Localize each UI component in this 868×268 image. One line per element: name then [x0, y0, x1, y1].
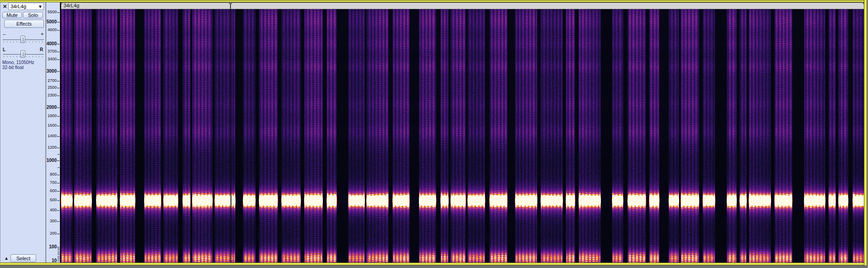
- collapse-arrow-icon: ▲: [4, 256, 9, 261]
- ruler-tick: [57, 59, 59, 60]
- ruler-tick: [57, 234, 59, 234]
- ruler-minor-tick: [58, 250, 59, 250]
- ruler-label-700: 700: [50, 180, 57, 185]
- ruler-tick: [57, 148, 59, 148]
- ruler-label-2300: 2300: [48, 93, 57, 97]
- ruler-tick: [57, 210, 59, 211]
- track-control-panel: ✕ 34rL4g ▼ Mute Solo Effects − + L R Mon…: [0, 2, 46, 263]
- ruler-minor-tick: [58, 256, 59, 257]
- ruler-label-400: 400: [50, 208, 57, 212]
- ruler-label-5000: 5000: [47, 19, 57, 24]
- ruler-label-4000: 4000: [47, 41, 57, 46]
- ruler-label-2000: 2000: [47, 105, 57, 110]
- clip-titlebar-1[interactable]: 34rL4g: [61, 2, 230, 9]
- audacity-track-view: 34rL4g ✕ 34rL4g ▼ Mute Solo Effects − + …: [0, 0, 868, 268]
- ruler-tick: [57, 107, 59, 108]
- ruler-tick: [57, 221, 59, 222]
- mute-button[interactable]: Mute: [2, 12, 22, 18]
- thumb-notch: [23, 37, 23, 42]
- effects-button[interactable]: Effects: [4, 20, 44, 28]
- ruler-label-1600: 1600: [48, 123, 57, 128]
- ruler-tick: [57, 30, 59, 31]
- collapse-track-button[interactable]: ▲: [3, 255, 10, 262]
- spectrogram-canvas[interactable]: [61, 9, 864, 263]
- ruler-tick: [57, 12, 59, 13]
- ruler-tick: [57, 136, 59, 137]
- ruler-tick: [57, 247, 59, 247]
- ruler-tick: [57, 261, 59, 261]
- ruler-label-800: 800: [50, 172, 57, 177]
- ruler-minor-tick: [58, 257, 59, 258]
- pan-left-label: L: [3, 47, 5, 52]
- chevron-down-icon: ▼: [38, 4, 43, 10]
- ruler-label-2500: 2500: [48, 85, 57, 90]
- ruler-tick: [57, 116, 59, 117]
- ruler-tick: [57, 183, 59, 183]
- ruler-tick: [57, 191, 59, 192]
- solo-button[interactable]: Solo: [23, 12, 43, 18]
- ruler-label-300: 300: [50, 219, 57, 223]
- ruler-label-2700: 2700: [48, 78, 57, 83]
- track-format-info: Mono, 11050Hz: [2, 60, 34, 65]
- ruler-label-1800: 1800: [48, 113, 57, 118]
- ruler-tick: [57, 175, 59, 175]
- ruler-tick: [57, 22, 59, 22]
- ruler-label-1000: 1000: [47, 158, 57, 163]
- close-icon: ✕: [3, 4, 7, 9]
- ruler-label-1200: 1200: [48, 145, 57, 150]
- ruler-label-100: 100: [49, 244, 57, 249]
- track-name-text: 34rL4g: [11, 4, 26, 10]
- ruler-minor-tick: [58, 154, 59, 155]
- area-below-track: [0, 265, 868, 268]
- ruler-label-200: 200: [50, 231, 57, 236]
- ruler-minor-tick: [58, 254, 59, 255]
- track-header: ✕ 34rL4g ▼: [0, 3, 45, 11]
- ruler-tick: [57, 96, 59, 96]
- clip-titlebar-2[interactable]: [230, 2, 864, 9]
- gain-slider-thumb[interactable]: [21, 36, 25, 43]
- ruler-tick: [57, 200, 59, 201]
- clip-title: 34rL4g: [64, 3, 79, 9]
- ruler-label-3000: 3000: [47, 69, 57, 74]
- ruler-label-600: 600: [50, 188, 57, 193]
- ruler-tick: [57, 161, 59, 161]
- ruler-tick: [57, 81, 59, 81]
- track-name-field[interactable]: 34rL4g ▼: [8, 3, 44, 10]
- ruler-minor-tick: [58, 167, 59, 168]
- ruler-tick: [57, 126, 59, 126]
- frequency-ruler[interactable]: 5500500046004000370034003000270025002300…: [46, 2, 61, 263]
- ruler-minor-tick: [58, 248, 59, 249]
- ruler-tick: [57, 88, 59, 88]
- ruler-tick: [57, 71, 59, 72]
- ruler-tick: [57, 44, 59, 44]
- ruler-label-3700: 3700: [48, 49, 57, 54]
- ruler-label-500: 500: [50, 198, 57, 202]
- ruler-label-1400: 1400: [48, 134, 57, 138]
- select-button[interactable]: Select: [11, 254, 36, 262]
- ruler-label-5500: 5500: [48, 10, 57, 14]
- ruler-minor-tick: [58, 253, 59, 253]
- gain-minus-label: −: [3, 32, 5, 37]
- ruler-minor-tick: [58, 259, 59, 259]
- ruler-label-4600: 4600: [48, 27, 57, 32]
- ruler-minor-tick: [58, 252, 59, 252]
- gain-plus-label: +: [41, 31, 43, 37]
- close-track-button[interactable]: ✕: [2, 3, 8, 10]
- pan-right-label: R: [40, 47, 43, 52]
- thumb-notch: [23, 52, 23, 56]
- ruler-label-3400: 3400: [48, 57, 57, 61]
- ruler-tick: [57, 52, 59, 52]
- track-bitdepth-info: 32-bit float: [2, 65, 24, 70]
- focus-border-edge: [0, 2, 868, 2]
- pan-slider-thumb[interactable]: [21, 50, 25, 58]
